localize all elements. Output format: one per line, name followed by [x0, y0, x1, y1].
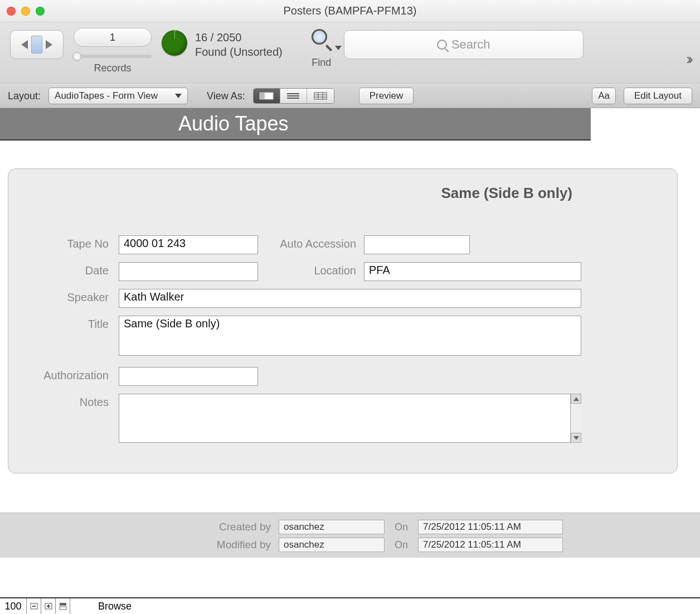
- view-list-button[interactable]: [280, 89, 307, 103]
- field-modified-by: osanchez: [279, 538, 385, 552]
- label-created-by: Created by: [0, 521, 279, 533]
- field-notes[interactable]: [119, 394, 581, 443]
- record-navigator[interactable]: [10, 30, 64, 59]
- view-table-button[interactable]: [307, 89, 334, 103]
- svg-rect-16: [60, 607, 66, 610]
- find-label: Find: [312, 57, 331, 69]
- slider-thumb-icon[interactable]: [72, 52, 81, 61]
- label-tape-no: Tape No: [24, 235, 119, 250]
- pie-chart-icon[interactable]: [162, 30, 187, 56]
- svg-rect-5: [314, 93, 327, 99]
- label-modified-on: On: [385, 539, 418, 551]
- window-title: Posters (BAMPFA-PFM13): [0, 4, 700, 17]
- preview-button[interactable]: Preview: [359, 88, 414, 104]
- layout-dropdown[interactable]: AudioTapes - Form View: [48, 88, 188, 104]
- search-icon: [437, 40, 447, 50]
- field-auto-accession[interactable]: [364, 235, 470, 254]
- window-controls: [7, 7, 45, 16]
- record-number-field[interactable]: 1: [74, 28, 152, 47]
- notes-scrollbar[interactable]: [570, 394, 581, 443]
- records-label: Records: [94, 62, 131, 74]
- find-button[interactable]: [309, 28, 334, 52]
- label-date: Date: [24, 262, 119, 277]
- found-status: Found (Unsorted): [195, 45, 283, 59]
- label-authorization: Authorization: [24, 367, 119, 382]
- scroll-up-icon[interactable]: [571, 394, 581, 404]
- status-mode[interactable]: Browse: [70, 601, 165, 612]
- svg-rect-1: [260, 93, 265, 99]
- minimize-window-icon[interactable]: [21, 7, 30, 16]
- metadata-footer: Created by osanchez On 7/25/2012 11:05:1…: [0, 513, 700, 558]
- search-input[interactable]: Search: [344, 30, 584, 59]
- svg-rect-15: [60, 603, 66, 606]
- field-tape-no[interactable]: 4000 01 243: [119, 235, 258, 254]
- next-record-icon[interactable]: [46, 40, 52, 49]
- panel-heading: Same (Side B only): [24, 185, 662, 202]
- record-panel: Same (Side B only) Tape No 4000 01 243 A…: [8, 168, 678, 473]
- prev-record-icon[interactable]: [21, 40, 28, 49]
- label-title: Title: [24, 316, 119, 331]
- zoom-level[interactable]: 100: [0, 598, 27, 614]
- view-form-button[interactable]: [254, 89, 280, 103]
- toolbar-overflow-icon[interactable]: ››: [686, 50, 690, 68]
- field-speaker[interactable]: Kath Walker: [119, 289, 581, 308]
- records-group: 1 Records: [74, 28, 152, 74]
- label-speaker: Speaker: [24, 289, 119, 304]
- record-nav-group: [10, 30, 64, 59]
- close-window-icon[interactable]: [7, 7, 16, 16]
- layout-value: AudioTapes - Form View: [55, 90, 158, 101]
- zoom-out-button[interactable]: [27, 598, 41, 614]
- view-mode-segmented: [253, 88, 334, 104]
- formatting-aa-button[interactable]: Aa: [592, 88, 616, 104]
- titlebar: Posters (BAMPFA-PFM13): [0, 0, 700, 22]
- layout-bar: Layout: AudioTapes - Form View View As: …: [0, 84, 700, 108]
- label-created-on: On: [385, 521, 418, 533]
- found-count: 16 / 2050: [195, 30, 283, 45]
- label-location: Location: [258, 262, 364, 277]
- label-auto-accession: Auto Accession: [258, 235, 364, 250]
- record-slider[interactable]: [74, 55, 152, 58]
- status-mode-icon[interactable]: [56, 598, 70, 614]
- field-date[interactable]: [119, 262, 258, 281]
- field-created-on: 7/25/2012 11:05:11 AM: [418, 520, 563, 534]
- field-location[interactable]: PFA: [364, 262, 581, 281]
- dropdown-caret-icon[interactable]: [335, 46, 342, 50]
- find-group: Find: [309, 28, 334, 69]
- page-title: Audio Tapes: [178, 112, 289, 136]
- field-authorization[interactable]: [119, 367, 258, 386]
- field-modified-on: 7/25/2012 11:05:11 AM: [418, 538, 563, 552]
- edit-layout-button[interactable]: Edit Layout: [624, 88, 692, 104]
- layout-label: Layout:: [8, 90, 41, 102]
- toolbar: 1 Records 16 / 2050 Found (Unsorted) Fin…: [0, 22, 700, 84]
- field-created-by: osanchez: [279, 520, 385, 534]
- search-placeholder: Search: [451, 37, 490, 52]
- record-body: Same (Side B only) Tape No 4000 01 243 A…: [0, 141, 700, 473]
- magnifier-handle-icon: [325, 45, 332, 52]
- magnifier-icon: [312, 29, 327, 45]
- status-bar: 100 Browse: [0, 597, 700, 614]
- label-modified-by: Modified by: [0, 539, 279, 551]
- layout-header: Audio Tapes: [0, 108, 591, 141]
- field-title[interactable]: Same (Side B only): [119, 316, 581, 356]
- zoom-window-icon[interactable]: [36, 7, 45, 16]
- found-set-group: 16 / 2050 Found (Unsorted): [162, 30, 283, 59]
- label-notes: Notes: [24, 394, 119, 409]
- book-spine-icon: [31, 36, 42, 54]
- chevron-down-icon: [175, 94, 182, 98]
- zoom-in-button[interactable]: [41, 598, 56, 614]
- view-as-label: View As:: [207, 90, 245, 102]
- scroll-down-icon[interactable]: [571, 433, 581, 443]
